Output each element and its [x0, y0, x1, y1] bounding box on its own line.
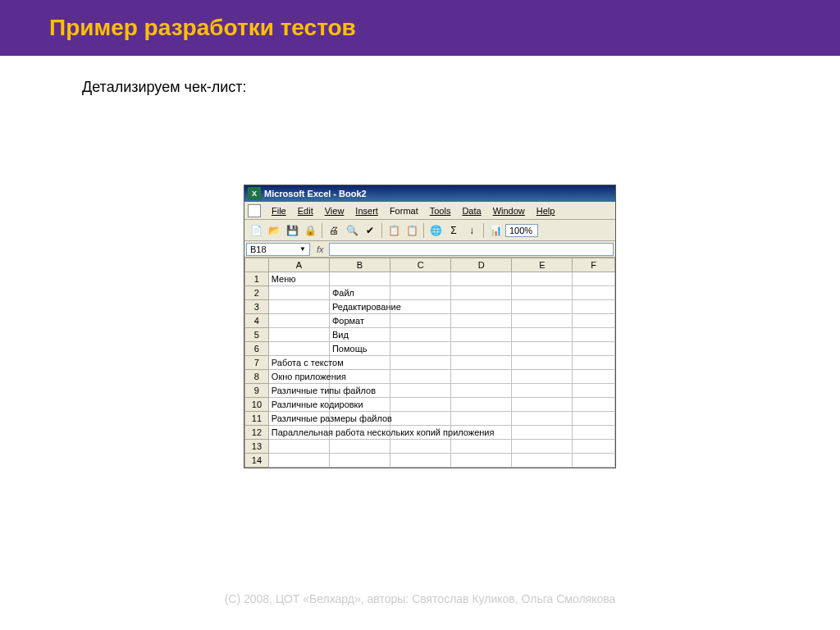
row-header[interactable]: 8 [245, 370, 269, 384]
cell[interactable] [573, 440, 615, 454]
cell[interactable] [268, 300, 329, 314]
cell[interactable] [451, 370, 512, 384]
cell[interactable]: Параллельная работа нескольких копий при… [268, 426, 329, 440]
cell[interactable] [573, 412, 615, 426]
cell[interactable] [512, 314, 573, 328]
cell[interactable] [573, 398, 615, 412]
cell[interactable] [573, 314, 615, 328]
cell[interactable]: Различные размеры файлов [268, 412, 329, 426]
cell[interactable] [512, 342, 573, 356]
formula-input[interactable] [329, 243, 614, 256]
cell[interactable] [451, 356, 512, 370]
cell[interactable] [451, 454, 512, 468]
menu-help[interactable]: Help [531, 204, 561, 217]
cell[interactable] [573, 356, 615, 370]
cell[interactable] [451, 314, 512, 328]
cell[interactable]: Файл [329, 286, 390, 300]
cell[interactable] [451, 272, 512, 286]
cell[interactable] [512, 412, 573, 426]
cell[interactable] [573, 272, 615, 286]
col-header-E[interactable]: E [512, 258, 573, 272]
paste-icon[interactable]: 📋 [404, 222, 420, 239]
cell[interactable] [512, 300, 573, 314]
menu-view[interactable]: View [319, 204, 350, 217]
cell[interactable] [512, 370, 573, 384]
cell[interactable] [268, 342, 329, 356]
cell[interactable] [329, 440, 390, 454]
menu-data[interactable]: Data [456, 204, 486, 217]
cell[interactable] [329, 454, 390, 468]
cell[interactable] [573, 370, 615, 384]
row-header[interactable]: 3 [245, 300, 269, 314]
row-header[interactable]: 10 [245, 398, 269, 412]
cell[interactable] [512, 286, 573, 300]
cell[interactable] [512, 426, 573, 440]
cell[interactable] [451, 300, 512, 314]
save-icon[interactable]: 💾 [284, 222, 300, 239]
cell[interactable] [512, 454, 573, 468]
sort-icon[interactable]: ↓ [463, 222, 480, 239]
cell[interactable] [512, 272, 573, 286]
cell[interactable] [573, 454, 615, 468]
cell[interactable] [512, 398, 573, 412]
cell[interactable] [512, 356, 573, 370]
menu-edit[interactable]: Edit [292, 204, 319, 217]
row-header[interactable]: 14 [245, 454, 269, 468]
cell[interactable] [512, 440, 573, 454]
cell[interactable] [451, 412, 512, 426]
cell[interactable]: Меню [268, 272, 329, 286]
menu-insert[interactable]: Insert [349, 204, 384, 217]
cell[interactable] [268, 328, 329, 342]
name-box[interactable]: B18 ▼ [246, 243, 310, 256]
cell[interactable]: Помощь [329, 342, 390, 356]
cell[interactable] [573, 426, 615, 440]
cell[interactable] [451, 328, 512, 342]
dropdown-icon[interactable]: ▼ [299, 245, 306, 253]
row-header[interactable]: 2 [245, 286, 269, 300]
row-header[interactable]: 7 [245, 356, 269, 370]
cell[interactable] [451, 398, 512, 412]
row-header[interactable]: 4 [245, 314, 269, 328]
fx-icon[interactable]: fx [312, 244, 329, 254]
cell[interactable] [390, 440, 451, 454]
cell[interactable] [451, 384, 512, 398]
col-header-A[interactable]: A [268, 258, 329, 272]
cell[interactable] [390, 384, 451, 398]
preview-icon[interactable]: 🔍 [344, 222, 360, 239]
cell[interactable] [451, 286, 512, 300]
permission-icon[interactable]: 🔒 [302, 222, 318, 239]
excel-titlebar[interactable]: X Microsoft Excel - Book2 [244, 185, 615, 202]
cell[interactable] [390, 370, 451, 384]
cell[interactable] [390, 412, 451, 426]
print-icon[interactable]: 🖨 [326, 222, 342, 239]
new-icon[interactable]: 📄 [248, 222, 264, 239]
cell[interactable] [390, 272, 451, 286]
cell[interactable] [573, 286, 615, 300]
chart-icon[interactable]: 📊 [487, 222, 504, 239]
copy-icon[interactable]: 📋 [386, 222, 402, 239]
cell[interactable] [390, 314, 451, 328]
col-header-D[interactable]: D [451, 258, 512, 272]
row-header[interactable]: 12 [245, 426, 269, 440]
row-header[interactable]: 5 [245, 328, 269, 342]
spelling-icon[interactable]: ✔ [362, 222, 378, 239]
cell[interactable] [573, 342, 615, 356]
row-header[interactable]: 6 [245, 342, 269, 356]
cell[interactable] [268, 286, 329, 300]
select-all-corner[interactable] [245, 258, 269, 272]
cell[interactable] [390, 454, 451, 468]
cell[interactable] [512, 328, 573, 342]
cell[interactable]: Окно приложения [268, 370, 329, 384]
cell[interactable] [573, 384, 615, 398]
autosum-icon[interactable]: Σ [445, 222, 462, 239]
open-icon[interactable]: 📂 [266, 222, 282, 239]
cell[interactable]: Различные типы файлов [268, 384, 329, 398]
cell[interactable] [451, 342, 512, 356]
menu-file[interactable]: File [266, 204, 292, 217]
cell[interactable] [390, 398, 451, 412]
cell[interactable] [573, 300, 615, 314]
cell[interactable] [573, 328, 615, 342]
menu-tools[interactable]: Tools [424, 204, 457, 217]
cell[interactable] [390, 328, 451, 342]
cell[interactable]: Различные кодировки [268, 398, 329, 412]
